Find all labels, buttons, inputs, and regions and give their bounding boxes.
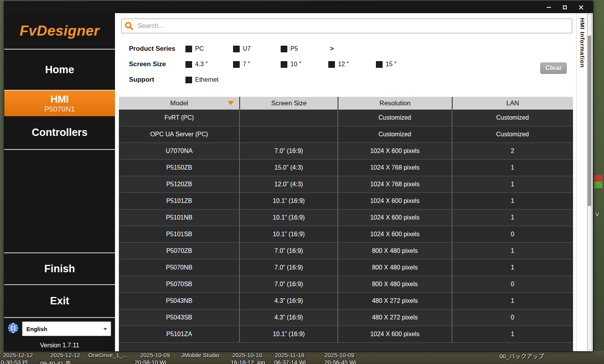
table-row[interactable]: OPC UA Server (PC)CustomizedCustomized <box>119 126 573 143</box>
table-cell: 1 <box>452 293 573 309</box>
table-body: FvRT (PC)CustomizedCustomizedOPC UA Serv… <box>119 110 573 351</box>
sidebar-item-hmi-model: P5070N1 <box>44 105 75 113</box>
table-cell: 480 X 272 pixels <box>338 309 452 326</box>
desktop-file-label[interactable]: 06-37-14 Wi <box>274 359 306 364</box>
table-cell: Customized <box>338 110 452 126</box>
app-window: FvDesigner Home HMI P5070N1 Controllers … <box>4 1 593 352</box>
checkbox-7-inch[interactable]: 7 ″ <box>233 61 281 68</box>
table-cell: P5101ZA <box>119 326 239 342</box>
table-row[interactable]: P5070NB7.0” (16:9)800 X 480 pixels1 <box>119 259 573 276</box>
table-row[interactable]: P5120ZB12.0” (4:3)1024 X 768 pixels1 <box>119 176 573 193</box>
desktop-file-label[interactable]: 00_バックアップ <box>499 352 544 360</box>
checkbox-p5[interactable]: P5 <box>281 45 328 52</box>
title-bar <box>4 2 593 13</box>
checkbox-pc[interactable]: PC <box>185 45 233 52</box>
table-row[interactable]: FvRT (PC)CustomizedCustomized <box>119 110 573 126</box>
desktop-file-label[interactable]: 20-56-45 Wi <box>324 359 356 364</box>
table-cell: 10.1” (16:9) <box>239 326 338 342</box>
desktop-file-label[interactable]: 2025-12-12 <box>50 352 80 358</box>
close-icon <box>579 5 583 10</box>
desktop-file-label[interactable]: 2025-10-10 <box>232 352 262 358</box>
table-row[interactable]: U7070NA7.0” (16:9)1024 X 600 pixels2 <box>119 143 573 160</box>
desktop-file-label[interactable]: JMobile Studio <box>181 352 219 358</box>
table-header-screen-size[interactable]: Screen Size <box>239 97 338 110</box>
sidebar-item-finish[interactable]: Finish <box>4 253 115 284</box>
desktop-file-label[interactable]: 2025-11-18 <box>275 352 304 358</box>
filter-label-screen-size: Screen Size <box>129 60 185 68</box>
desktop-wallpaper-right: V <box>593 0 604 364</box>
checkbox-icon <box>233 46 240 52</box>
table-row[interactable]: P5101NB10.1” (16:9)1024 X 600 pixels1 <box>119 209 573 226</box>
maximize-button[interactable] <box>562 4 568 10</box>
table-cell: OPC UA Server (PC) <box>119 126 239 143</box>
desktop-icon-label: V <box>595 211 599 218</box>
desktop-file-label[interactable]: OneDrive_1_... <box>88 352 127 358</box>
clear-button[interactable]: Clear <box>540 62 567 74</box>
desktop-file-label[interactable]: 20-58-10 Wi <box>135 359 166 364</box>
desktop-file-label[interactable]: 2025-10-09 <box>140 352 170 358</box>
sidebar-item-hmi[interactable]: HMI P5070N1 <box>4 91 115 116</box>
table-cell: 1 <box>452 160 573 176</box>
table-row[interactable]: P5101ZA10.1” (16:9)1024 X 600 pixels1 <box>119 326 573 343</box>
checkbox-icon <box>185 77 192 83</box>
table-row[interactable]: P5043SB4.3” (16:9)480 X 272 pixels0 <box>119 309 573 326</box>
version-label: Version 1.7.11 <box>4 340 115 351</box>
table-cell: 1024 X 600 pixels <box>338 193 452 209</box>
filter-row-screen-size: Screen Size 4.3 ″ 7 ″ 10 ″ <box>129 57 573 72</box>
minimize-button[interactable] <box>546 4 552 10</box>
desktop-file-label[interactable]: 2025-12-12 <box>3 352 33 358</box>
table-header-model[interactable]: Model <box>119 97 239 110</box>
table-cell: Customized <box>338 126 452 143</box>
hmi-information-label: HMI Information <box>579 18 586 68</box>
table-cell: 1 <box>452 326 573 342</box>
desktop-files-line2: 0-30-53 Pl09-40-41 资20-58-10 Wi16-18-12 … <box>0 359 604 364</box>
table-cell: 12.0” (4:3) <box>239 176 338 192</box>
table-cell: P5043SB <box>119 309 239 326</box>
checkbox-icon <box>233 61 240 68</box>
table-cell <box>239 126 338 143</box>
desktop-file-label[interactable]: 09-40-41 资 <box>40 359 71 364</box>
table-row[interactable]: P5101ZB10.1” (16:9)1024 X 600 pixels1 <box>119 193 573 209</box>
product-series-more[interactable]: > <box>330 45 334 53</box>
table-cell: 1 <box>452 193 573 209</box>
desktop-file-label[interactable]: 16-18-12 .jpg <box>231 359 265 364</box>
checkbox-u7[interactable]: U7 <box>233 45 281 52</box>
vertical-scrollbar[interactable] <box>587 14 592 350</box>
table-row[interactable]: P5043NB4.3” (16:9)480 X 272 pixels1 <box>119 293 573 309</box>
table-row[interactable]: P5101SB10.1” (16:9)1024 X 600 pixels0 <box>119 226 573 243</box>
checkbox-15-inch[interactable]: 15 ″ <box>376 61 424 68</box>
checkbox-4-3-inch[interactable]: 4.3 ″ <box>185 61 233 68</box>
filter-row-support: Support Ethernet <box>129 72 573 88</box>
table-cell: 7.0” (16:9) <box>239 143 338 159</box>
right-rail: HMI Information <box>576 13 593 351</box>
desktop-icon[interactable] <box>594 175 602 188</box>
table-header-lan[interactable]: LAN <box>452 97 573 110</box>
checkbox-icon <box>328 61 335 68</box>
table-row[interactable]: P5070SB7.0” (16:9)800 X 480 pixels0 <box>119 276 573 293</box>
desktop-files-line1: 2025-12-122025-12-12OneDrive_1_...2025-1… <box>0 352 604 359</box>
table-cell: Customized <box>452 126 573 143</box>
hmi-table: Model Screen Size Resolution LAN FvRT (P… <box>119 97 573 351</box>
table-header-resolution[interactable]: Resolution <box>338 97 452 110</box>
sidebar-item-controllers[interactable]: Controllers <box>4 116 115 149</box>
filter-label-support: Support <box>129 76 185 84</box>
sidebar-item-exit[interactable]: Exit <box>4 285 115 317</box>
checkbox-icon <box>376 61 383 68</box>
table-row[interactable]: P5070ZB7.0” (16:9)800 X 480 pixels1 <box>119 243 573 259</box>
table-cell: 0 <box>452 276 573 292</box>
scrollbar-thumb[interactable] <box>588 36 591 206</box>
table-row[interactable]: P5150ZB15.0” (4:3)1024 X 768 pixels1 <box>119 160 573 176</box>
language-select[interactable]: English <box>22 321 111 336</box>
table-cell: 1024 X 768 pixels <box>338 176 452 192</box>
table-cell: 10.1” (16:9) <box>239 226 338 242</box>
checkbox-ethernet[interactable]: Ethernet <box>185 76 233 83</box>
desktop-file-label[interactable]: 2025-10-09 <box>324 352 354 358</box>
close-button[interactable] <box>578 4 584 10</box>
checkbox-12-inch[interactable]: 12 ″ <box>328 61 376 68</box>
search-input[interactable] <box>134 22 572 30</box>
checkbox-10-inch[interactable]: 10 ″ <box>281 61 328 68</box>
sidebar-item-home[interactable]: Home <box>4 50 115 90</box>
table-cell: 15.0” (4:3) <box>239 160 338 176</box>
table-cell: 0 <box>452 226 573 242</box>
desktop-file-label[interactable]: 0-30-53 Pl <box>1 359 27 364</box>
